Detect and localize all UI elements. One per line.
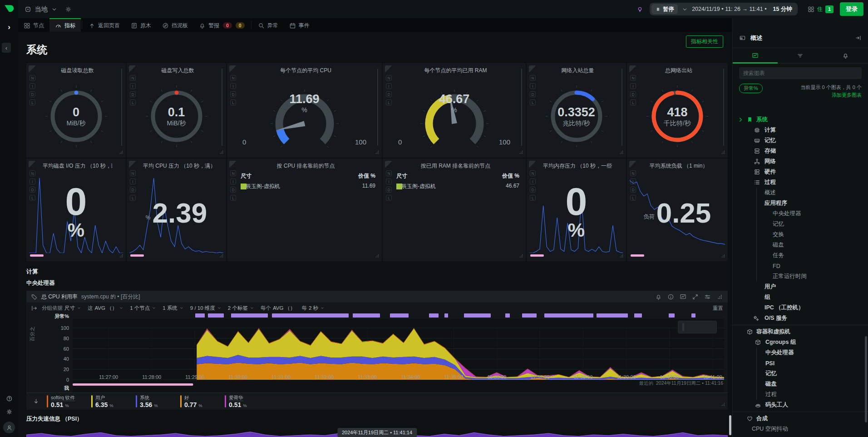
sidebar-item-任务[interactable]: 任务 [733,250,868,261]
metric-correlations-button[interactable]: 指标相关性 [686,35,723,48]
sidebar-item-中央处理器[interactable]: 中央处理器 [733,348,868,358]
tab-alerts[interactable] [823,48,868,63]
toolbar-chip[interactable]: 9 / 10 维度 [188,304,224,312]
gauge-card-3[interactable]: NIDL每个节点的平均 CPU11.69%0100 [227,63,382,158]
resize-handle-icon[interactable] [118,253,124,260]
sidebar-item-记忆[interactable]: 记忆 [733,368,868,379]
nodes-icon[interactable] [808,6,814,13]
resize-handle-icon[interactable] [720,253,726,260]
sidebar-item-网络[interactable]: 网络 [733,156,868,167]
expand-sidebar-button[interactable]: › [4,22,15,33]
search-input[interactable] [739,67,862,79]
pause-button[interactable]: 暂停 [651,4,678,14]
sidebar-item-组[interactable]: 组 [733,292,868,303]
gauge-card-1[interactable]: NIDL磁盘读取总数0MiB/秒 [26,63,126,158]
gauge-card-6[interactable]: NIDL总网络出站418千比特/秒 [627,63,728,158]
collapse-panel-button[interactable]: ‹ [2,43,11,53]
sidebar-item-记忆[interactable]: 记忆 [733,135,868,146]
help-icon[interactable] [6,395,13,402]
tile-card-2[interactable]: NIDL平均 CPU 压力 （10 秒，满）%2.39 [127,159,226,261]
toolbar-chip[interactable]: 1 个节点 [128,304,158,312]
legend-item[interactable]: 好0.77 % [180,394,220,408]
sidebar-item-存储[interactable]: 存储 [733,146,868,156]
reset-button[interactable]: 重置 [713,305,723,312]
chart-plot-area[interactable]: 异常%100806040200我百分之 [26,313,724,374]
tile-card-5[interactable]: NIDL平均内存压力 （10 秒，一些）0% [527,159,626,261]
chartTab-icon[interactable] [680,293,686,300]
time-range-picker[interactable]: 暂停 2024/11/19 • 11: 26 → 11:41 • 15 分钟 [650,3,798,15]
sidebar-item-过程[interactable]: 过程 [733,177,868,188]
legend-item[interactable]: 爱荷华0.51 % [225,394,265,408]
tab-节点[interactable]: 节点 [18,18,49,32]
sidebar-item-硬件[interactable]: 硬件 [733,167,868,177]
table-row[interactable]: 辰玉阁-虚拟机11.69 [241,183,375,190]
sidebar-item-记忆[interactable]: 记忆 [733,219,868,229]
tile-card-3[interactable]: NIDL按 CPU 排名靠前的节点尺寸价值 %辰玉阁-虚拟机11.69 [227,159,382,261]
legend-item[interactable]: softirq 软件0.51 % [47,394,87,408]
sidebar-item-IPC （工控机）[interactable]: IPC （工控机） [733,303,868,313]
sidebar-item-过程[interactable]: 过程 [733,389,868,400]
insights-bulb-icon[interactable] [636,6,643,13]
tab-指标[interactable]: 指标 [49,18,81,32]
tile-card-6[interactable]: NIDL平均系统负载 （1 min）负荷0.25 [627,159,728,261]
pan-hand-icon[interactable] [682,323,684,331]
info-icon[interactable] [667,293,674,300]
space-picker[interactable]: 当地 [25,5,58,14]
sliders-icon[interactable] [704,293,711,300]
sidebar-item-Cgroups 组[interactable]: Cgroups 组 [733,337,868,348]
table-row[interactable]: 辰玉阁-虚拟机46.67 [396,183,519,190]
sidebar-item-CPU 空闲抖动[interactable]: CPU 空闲抖动 [733,424,868,434]
sidebar-item-概述[interactable]: 概述 [733,188,868,198]
toolbar-chip[interactable]: 1 系统 [160,304,186,312]
legend-item[interactable]: 用户6.35 % [91,394,131,408]
toolbar-chip[interactable]: 每个 AVG （） [258,304,298,312]
gauge-card-2[interactable]: NIDL磁盘写入总数0.1MiB/秒 [127,63,226,158]
space-settings-gear-icon[interactable] [65,6,72,13]
sidebar-item-码头工人[interactable]: 码头工人 [733,400,868,410]
tab-事件[interactable]: 事件 [284,18,315,32]
tile-card-1[interactable]: NIDL平均磁盘 I/O 压力 （10 秒，部分）0% [26,159,126,261]
tab-原木[interactable]: 原木 [125,18,157,32]
sidebar-item-正常运行时间[interactable]: 正常运行时间 [733,271,868,282]
sidebar-item-交换[interactable]: 交换 [733,229,868,240]
sidebar-item-系统[interactable]: 系统 [733,114,868,125]
sidebar-item-磁盘[interactable]: 磁盘 [733,240,868,250]
home-label[interactable]: 住 [817,5,823,13]
anomaly-filter-badge[interactable]: 异常% [739,84,763,93]
collapse-legend-icon[interactable] [31,305,38,312]
user-avatar[interactable] [3,422,15,433]
toolbar-chip[interactable]: 这 AVG （） [85,304,126,312]
resize-handle-icon[interactable] [720,402,726,408]
tab-挡泥板[interactable]: 挡泥板 [157,18,193,32]
resize-handle-icon[interactable] [219,253,224,260]
toolbar-chip[interactable]: 分组依据 尺寸 [39,304,84,312]
add-more-charts-link[interactable]: 添加更多图表 [832,92,862,98]
sidebar-item-O/S 服务[interactable]: O/S 服务 [733,313,868,323]
resize-handle-icon[interactable] [619,253,624,260]
gauge-card-4[interactable]: NIDL每个节点的平均已用 RAM46.67%0100 [383,63,526,158]
expand-icon[interactable] [692,293,699,300]
sidebar-item-中央处理器[interactable]: 中央处理器 [733,209,868,219]
stacked-area-plot[interactable] [73,319,724,397]
main-scrollbar[interactable] [729,32,731,437]
sidebar-scrollbar[interactable] [865,336,867,422]
sidebar-item-PSI[interactable]: PSI [733,358,868,368]
sidebar-item-合成[interactable]: 合成 [733,413,868,424]
bell-icon[interactable] [655,293,662,300]
psi-strip-chart[interactable]: 2024年11月19日周二 • 11:41:14 [26,430,728,437]
toolbar-chip[interactable]: 每 2 秒 [300,304,327,312]
tab-异常[interactable]: 异常 [252,18,284,32]
sidebar-item-应用程序[interactable]: 应用程序 [733,198,868,209]
toolbar-chip[interactable]: 2 个标签 [226,304,256,312]
dots-icon[interactable] [716,293,723,300]
tab-返回页首[interactable]: 返回页首 [83,18,125,32]
sidebar-item-容器和虚拟机[interactable]: 容器和虚拟机 [733,327,868,337]
netdata-logo-icon[interactable] [0,0,18,18]
tab-filters[interactable] [778,48,823,63]
sidebar-item-磁盘[interactable]: 磁盘 [733,379,868,389]
legend-item[interactable]: 系统3.56 % [136,394,176,408]
login-button[interactable]: 登录 [840,2,863,16]
sidebar-item-计算[interactable]: 计算 [733,125,868,135]
tab-警报[interactable]: 警报00 [193,18,250,32]
sidebar-item-用户[interactable]: 用户 [733,282,868,292]
